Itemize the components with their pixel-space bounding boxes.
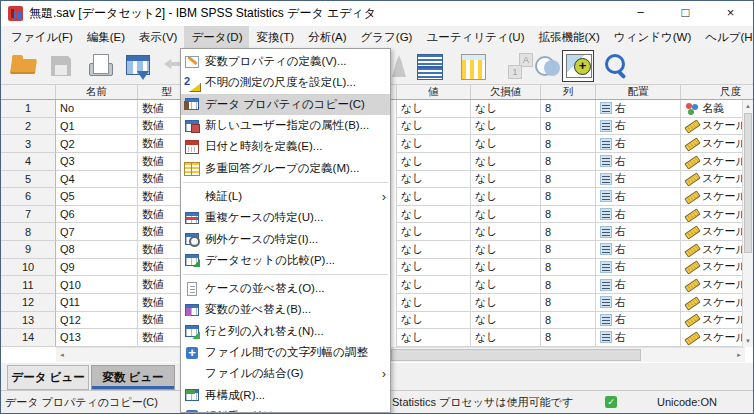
row-number-cell[interactable]: 8 — [1, 223, 56, 241]
tab-data-view[interactable]: データ ビュー — [7, 365, 89, 390]
menu-item[interactable]: 多重回答グループの定義(M)... — [181, 157, 390, 178]
menu-item[interactable]: 例外ケースの特定(I)... — [181, 228, 390, 249]
cell-missing[interactable]: なし — [471, 241, 541, 259]
menubar-item[interactable]: 表示(V) — [132, 26, 184, 48]
cell-align[interactable]: 右 — [596, 153, 681, 171]
corner-header-cell[interactable] — [1, 85, 56, 99]
cell-values[interactable]: なし — [396, 276, 471, 294]
cell-columns[interactable]: 8 — [541, 135, 596, 153]
menubar-item[interactable]: ウィンドウ(W) — [607, 26, 698, 48]
cell-align[interactable]: 右 — [596, 329, 681, 347]
menu-item[interactable]: データセットの比較(P)... — [181, 250, 390, 271]
cell-missing[interactable]: なし — [471, 276, 541, 294]
cell-values[interactable]: なし — [396, 312, 471, 330]
menu-item[interactable]: 変数の並べ替え(B)... — [181, 299, 390, 320]
cell-missing[interactable]: なし — [471, 223, 541, 241]
cell-values[interactable]: なし — [396, 118, 471, 136]
menu-item[interactable]: ファイル間での文字列幅の調整 — [181, 342, 390, 363]
cell-align[interactable]: 右 — [596, 259, 681, 277]
menubar-item[interactable]: ファイル(F) — [4, 26, 80, 48]
menu-item[interactable]: ケースの並べ替え(O)... — [181, 278, 390, 299]
cell-values[interactable]: なし — [396, 206, 471, 224]
cell-values[interactable]: なし — [396, 188, 471, 206]
cell-name[interactable]: Q6 — [56, 206, 138, 224]
cell-align[interactable]: 右 — [596, 312, 681, 330]
cell-align[interactable]: 右 — [596, 276, 681, 294]
open-data-icon[interactable] — [9, 51, 39, 81]
scroll-right-icon[interactable] — [733, 348, 745, 362]
row-number-cell[interactable]: 7 — [1, 206, 56, 224]
cell-missing[interactable]: なし — [471, 171, 541, 189]
cell-align[interactable]: 右 — [596, 100, 681, 118]
row-number-cell[interactable]: 6 — [1, 188, 56, 206]
header-columns[interactable]: 列 — [541, 85, 596, 99]
cell-columns[interactable]: 8 — [541, 118, 596, 136]
cell-columns[interactable]: 8 — [541, 206, 596, 224]
cell-columns[interactable]: 8 — [541, 223, 596, 241]
menu-item[interactable]: 変数プロパティの定義(V)... — [181, 51, 390, 72]
cell-name[interactable]: Q4 — [56, 171, 138, 189]
vertical-scroll-thumb[interactable] — [744, 113, 752, 253]
cell-align[interactable]: 右 — [596, 241, 681, 259]
menu-item[interactable] — [181, 271, 390, 278]
header-name[interactable]: 名前 — [56, 85, 138, 99]
cell-columns[interactable]: 8 — [541, 171, 596, 189]
cell-columns[interactable]: 8 — [541, 294, 596, 312]
scroll-left-icon[interactable] — [56, 348, 68, 362]
cell-missing[interactable]: なし — [471, 206, 541, 224]
save-icon[interactable] — [46, 51, 76, 81]
cell-values[interactable]: なし — [396, 294, 471, 312]
cell-columns[interactable]: 8 — [541, 259, 596, 277]
cell-name[interactable]: Q9 — [56, 259, 138, 277]
cell-name[interactable]: Q1 — [56, 118, 138, 136]
horizontal-scrollbar[interactable] — [56, 347, 745, 362]
cell-name[interactable]: Q8 — [56, 241, 138, 259]
cell-missing[interactable]: なし — [471, 259, 541, 277]
maximize-button[interactable]: □ — [663, 1, 708, 26]
cell-missing[interactable]: なし — [471, 188, 541, 206]
cell-name[interactable]: Q7 — [56, 223, 138, 241]
menubar-item[interactable]: データ(D) — [184, 26, 249, 48]
cell-name[interactable]: Q12 — [56, 312, 138, 330]
cell-values[interactable]: なし — [396, 241, 471, 259]
row-number-cell[interactable]: 13 — [1, 312, 56, 330]
cell-name[interactable]: Q11 — [56, 294, 138, 312]
menu-item[interactable]: 傾斜重み付け... — [181, 406, 390, 413]
scroll-down-icon[interactable] — [743, 335, 753, 347]
row-number-cell[interactable]: 2 — [1, 118, 56, 136]
cell-missing[interactable]: なし — [471, 294, 541, 312]
row-number-cell[interactable]: 12 — [1, 294, 56, 312]
cell-align[interactable]: 右 — [596, 294, 681, 312]
menu-item[interactable]: 行と列の入れ替え(N)... — [181, 321, 390, 342]
cell-columns[interactable]: 8 — [541, 276, 596, 294]
goto-variable-icon[interactable] — [506, 51, 536, 81]
row-number-cell[interactable]: 3 — [1, 135, 56, 153]
menu-item[interactable]: 不明の測定の尺度を設定(L)... — [181, 72, 390, 93]
cell-missing[interactable]: なし — [471, 135, 541, 153]
row-number-cell[interactable]: 14 — [1, 329, 56, 347]
value-labels-icon[interactable] — [562, 50, 594, 82]
menu-item[interactable]: データ プロパティのコピー(C) — [181, 94, 390, 115]
cell-name[interactable]: Q3 — [56, 153, 138, 171]
cell-name[interactable]: Q10 — [56, 276, 138, 294]
cell-columns[interactable]: 8 — [541, 312, 596, 330]
row-number-cell[interactable]: 5 — [1, 171, 56, 189]
cell-missing[interactable]: なし — [471, 329, 541, 347]
cell-columns[interactable]: 8 — [541, 188, 596, 206]
close-button[interactable]: × — [708, 1, 753, 26]
menu-item[interactable] — [181, 179, 390, 186]
cell-align[interactable]: 右 — [596, 135, 681, 153]
cell-values[interactable]: なし — [396, 135, 471, 153]
scroll-up-icon[interactable] — [743, 100, 753, 112]
cell-align[interactable]: 右 — [596, 206, 681, 224]
menubar-item[interactable]: ユーティリティ(U) — [419, 26, 531, 48]
row-number-cell[interactable]: 9 — [1, 241, 56, 259]
cell-values[interactable]: なし — [396, 223, 471, 241]
menu-item[interactable]: ファイルの結合(G) — [181, 363, 390, 384]
cell-values[interactable]: なし — [396, 259, 471, 277]
cell-values[interactable]: なし — [396, 153, 471, 171]
cell-name[interactable]: Q13 — [56, 329, 138, 347]
menubar-item[interactable]: グラフ(G) — [354, 26, 420, 48]
menubar-item[interactable]: ヘルプ(H) — [698, 26, 754, 48]
cell-align[interactable]: 右 — [596, 188, 681, 206]
